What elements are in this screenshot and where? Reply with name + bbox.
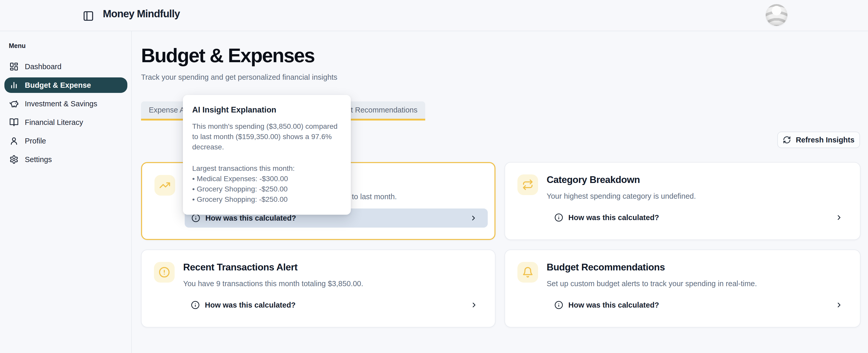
how-calculated-label: How was this calculated? — [205, 301, 296, 309]
sidebar-item-label: Investment & Savings — [25, 100, 97, 108]
sidebar-item-budget-expense[interactable]: Budget & Expense — [4, 77, 127, 93]
info-icon — [554, 213, 563, 222]
app-title: Money Mindfully — [103, 8, 180, 20]
bell-icon — [522, 267, 533, 278]
repeat-icon — [522, 179, 533, 190]
top-header: Money Mindfully — [0, 0, 868, 31]
gear-icon — [9, 155, 19, 164]
open-book-icon — [9, 118, 19, 127]
trending-up-icon — [159, 180, 170, 191]
refresh-icon — [783, 136, 791, 144]
card-title: Recent Transactions Alert — [183, 262, 298, 273]
sidebar-toggle-button[interactable] — [83, 10, 94, 22]
sidebar-item-financial-literacy[interactable]: Financial Literacy — [4, 114, 127, 130]
chevron-right-icon — [835, 301, 843, 309]
tooltip-title: AI Insight Explanation — [192, 105, 342, 114]
sidebar-item-label: Profile — [25, 137, 46, 145]
how-calculated-label: How was this calculated? — [206, 214, 296, 222]
card-text: Your highest spending category is undefi… — [547, 192, 696, 201]
main-content: Budget & Expenses Track your spending an… — [132, 31, 868, 353]
how-calculated-link[interactable]: How was this calculated? — [184, 295, 488, 315]
card-text: You have 9 transactions this month total… — [183, 279, 363, 288]
sidebar-item-label: Budget & Expense — [25, 81, 91, 90]
sidebar-item-profile[interactable]: Profile — [4, 133, 127, 149]
chevron-right-icon — [835, 214, 843, 221]
how-calculated-link[interactable]: How was this calculated? — [548, 208, 853, 227]
ai-insight-tooltip: AI Insight Explanation This month's spen… — [183, 95, 351, 215]
how-calculated-label: How was this calculated? — [568, 213, 659, 222]
sidebar-item-label: Dashboard — [25, 63, 61, 71]
user-avatar[interactable] — [766, 4, 787, 26]
tooltip-list-intro: Largest transactions this month: — [192, 163, 342, 174]
sidebar-item-dashboard[interactable]: Dashboard — [4, 59, 127, 74]
how-calculated-link[interactable]: How was this calculated? — [548, 295, 853, 315]
info-icon — [191, 214, 200, 222]
panel-left-icon — [83, 10, 94, 22]
sidebar-item-investment-savings[interactable]: Investment & Savings — [4, 96, 127, 111]
info-icon — [191, 301, 200, 309]
menu-section-label: Menu — [9, 42, 131, 49]
sidebar: Menu Dashboard Budget & Expense Investme… — [0, 31, 132, 353]
page-title: Budget & Expenses — [141, 44, 314, 67]
chevron-right-icon — [470, 301, 478, 309]
info-icon — [554, 301, 563, 309]
refresh-insights-button[interactable]: Refresh Insights — [777, 132, 860, 148]
chevron-right-icon — [470, 214, 477, 222]
card-title: Category Breakdown — [547, 174, 640, 185]
card-text: Set up custom budget alerts to track you… — [547, 279, 757, 288]
sidebar-item-settings[interactable]: Settings — [4, 152, 127, 167]
tooltip-paragraph: This month's spending ($3,850.00) compar… — [192, 121, 342, 152]
sidebar-item-label: Financial Literacy — [25, 118, 83, 127]
card-recent-transactions-alert: Recent Transactions Alert You have 9 tra… — [141, 250, 495, 327]
card-icon-tile — [518, 174, 538, 195]
card-icon-tile — [518, 262, 538, 283]
card-text-fragment: to last month. — [352, 192, 397, 201]
page-subtitle: Track your spending and get personalized… — [141, 73, 337, 81]
card-title: Budget Recommendations — [547, 262, 665, 273]
tooltip-bullet: • Grocery Shopping: -$250.00 — [192, 184, 342, 194]
card-category-breakdown: Category Breakdown Your highest spending… — [504, 162, 861, 240]
sidebar-nav: Dashboard Budget & Expense Investment & … — [0, 59, 131, 167]
user-icon — [9, 136, 19, 145]
piggy-bank-icon — [9, 99, 19, 108]
sidebar-item-label: Settings — [25, 155, 52, 164]
card-budget-recommendations: Budget Recommendations Set up custom bud… — [504, 250, 861, 327]
how-calculated-label: How was this calculated? — [568, 301, 659, 309]
refresh-insights-label: Refresh Insights — [796, 136, 854, 144]
card-icon-tile — [154, 262, 175, 283]
tooltip-bullet: • Medical Expenses: -$300.00 — [192, 174, 342, 184]
bar-chart-icon — [9, 80, 19, 90]
tooltip-bullet: • Grocery Shopping: -$250.00 — [192, 194, 342, 205]
alert-circle-icon — [159, 267, 170, 278]
dashboard-grid-icon — [9, 62, 19, 71]
card-icon-tile — [154, 175, 175, 196]
